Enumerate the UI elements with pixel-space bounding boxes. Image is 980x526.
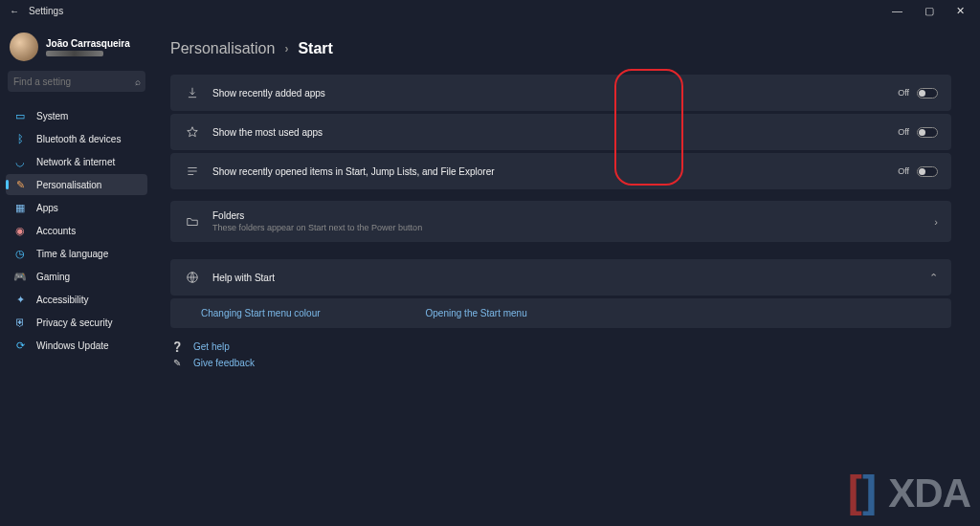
- nav-list: ▭System ᛒBluetooth & devices ◡Network & …: [6, 105, 147, 356]
- nav-time[interactable]: ◷Time & language: [6, 243, 147, 264]
- clock-icon: ◷: [13, 247, 27, 260]
- chevron-right-icon: ›: [934, 216, 938, 228]
- folder-icon: [184, 215, 201, 229]
- chevron-up-icon: ⌃: [929, 272, 938, 284]
- help-link-open[interactable]: Opening the Start menu: [426, 308, 527, 318]
- minimize-button[interactable]: —: [881, 5, 913, 17]
- download-icon: [184, 86, 201, 99]
- row-recently-added[interactable]: Show recently added apps Off: [170, 75, 951, 111]
- nav-system[interactable]: ▭System: [6, 105, 147, 126]
- apps-icon: ▦: [13, 201, 27, 214]
- nav-personalisation[interactable]: ✎Personalisation: [6, 174, 147, 195]
- row-folders[interactable]: Folders These folders appear on Start ne…: [170, 201, 951, 242]
- search-input[interactable]: [13, 77, 135, 87]
- help-link-colour[interactable]: Changing Start menu colour: [201, 308, 321, 318]
- avatar: [10, 33, 38, 61]
- footer-links: ❔Get help ✎Give feedback: [170, 341, 951, 368]
- help-icon: ❔: [170, 341, 184, 352]
- help-links: Changing Start menu colour Opening the S…: [170, 298, 951, 328]
- wifi-icon: ◡: [13, 155, 27, 168]
- update-icon: ⟳: [13, 339, 27, 352]
- search-box[interactable]: ⌕: [8, 71, 145, 92]
- breadcrumb-parent[interactable]: Personalisation: [170, 40, 275, 57]
- maximize-button[interactable]: ▢: [913, 5, 945, 17]
- titlebar: ← Settings — ▢ ✕: [0, 0, 980, 21]
- row-recent-items[interactable]: Show recently opened items in Start, Jum…: [170, 153, 951, 189]
- toggle-recently-added[interactable]: [917, 88, 938, 99]
- toggle-most-used[interactable]: [917, 127, 938, 138]
- nav-update[interactable]: ⟳Windows Update: [6, 335, 147, 356]
- display-icon: ▭: [13, 109, 27, 122]
- brush-icon: ✎: [13, 178, 27, 191]
- shield-icon: ⛨: [13, 316, 27, 329]
- row-help[interactable]: Help with Start ⌃: [170, 259, 951, 296]
- content: Personalisation › Start Show recently ad…: [153, 21, 980, 526]
- chevron-right-icon: ›: [284, 42, 288, 55]
- toggle-state: Off: [898, 88, 909, 98]
- nav-accessibility[interactable]: ✦Accessibility: [6, 289, 147, 310]
- nav-network[interactable]: ◡Network & internet: [6, 151, 147, 172]
- toggle-state: Off: [898, 127, 909, 137]
- game-icon: 🎮: [13, 270, 27, 283]
- accessibility-icon: ✦: [13, 293, 27, 306]
- user-block[interactable]: João Carrasqueira: [6, 27, 147, 71]
- page-title: Start: [298, 40, 332, 57]
- nav-bluetooth[interactable]: ᛒBluetooth & devices: [6, 128, 147, 149]
- feedback-icon: ✎: [170, 358, 184, 368]
- give-feedback-link[interactable]: ✎Give feedback: [170, 358, 951, 368]
- user-name: João Carrasqueira: [46, 38, 130, 49]
- close-button[interactable]: ✕: [945, 5, 976, 17]
- back-button[interactable]: ←: [4, 6, 25, 16]
- watermark: [ ] XDA: [841, 467, 971, 520]
- get-help-link[interactable]: ❔Get help: [170, 341, 951, 352]
- nav-gaming[interactable]: 🎮Gaming: [6, 266, 147, 287]
- bluetooth-icon: ᛒ: [13, 132, 27, 145]
- list-icon: [184, 164, 201, 178]
- breadcrumb: Personalisation › Start: [170, 40, 951, 57]
- nav-apps[interactable]: ▦Apps: [6, 197, 147, 218]
- nav-accounts[interactable]: ◉Accounts: [6, 220, 147, 241]
- search-icon: ⌕: [135, 77, 141, 87]
- person-icon: ◉: [13, 224, 27, 237]
- toggle-recent-items[interactable]: [917, 166, 938, 177]
- star-icon: [184, 125, 201, 139]
- row-most-used[interactable]: Show the most used apps Off: [170, 114, 951, 150]
- sidebar: João Carrasqueira ⌕ ▭System ᛒBluetooth &…: [0, 21, 153, 526]
- globe-icon: [184, 271, 201, 284]
- app-title: Settings: [29, 6, 63, 16]
- nav-privacy[interactable]: ⛨Privacy & security: [6, 312, 147, 333]
- user-sub: [46, 51, 103, 56]
- toggle-state: Off: [898, 166, 909, 176]
